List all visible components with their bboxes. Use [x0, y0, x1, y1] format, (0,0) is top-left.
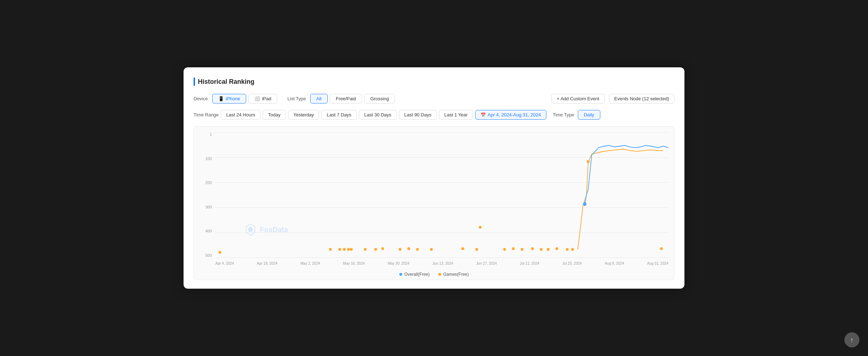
svg-point-1 — [329, 248, 332, 251]
device-label: Device — [194, 96, 208, 101]
device-iphone-btn[interactable]: 📱 iPhone — [212, 94, 246, 104]
legend-overall-dot — [399, 273, 402, 276]
svg-point-25 — [660, 247, 663, 250]
svg-point-12 — [430, 248, 433, 251]
time-range-row: Time Range Last 24 Hours Today Yesterday… — [194, 110, 674, 120]
svg-point-6 — [364, 248, 367, 251]
list-type-all-btn[interactable]: All — [310, 94, 327, 104]
scroll-top-btn[interactable]: ↑ — [844, 332, 859, 347]
time-last7-btn[interactable]: Last 7 Days — [321, 110, 357, 120]
svg-point-8 — [381, 247, 384, 250]
legend-games: Games(Free) — [438, 272, 469, 277]
time-last1year-btn[interactable]: Last 1 Year — [439, 110, 473, 120]
legend-overall: Overall(Free) — [399, 272, 430, 277]
chart-container: 1 100 200 300 400 500 — [194, 126, 674, 280]
time-type-daily-btn[interactable]: Daily — [578, 110, 600, 120]
time-last24-btn[interactable]: Last 24 Hours — [221, 110, 260, 120]
svg-point-19 — [531, 247, 534, 250]
svg-point-0 — [219, 251, 221, 254]
arrow-up-icon: ↑ — [850, 336, 854, 344]
x-axis: Apr 4, 2024 Apr 18, 2024 May 2, 2024 May… — [215, 258, 668, 268]
svg-point-4 — [347, 248, 350, 251]
svg-point-27 — [583, 202, 586, 206]
svg-point-17 — [512, 247, 515, 250]
list-type-grossing-btn[interactable]: Grossing — [364, 94, 395, 104]
time-custom-btn[interactable]: 📅 Apr 4, 2024-Aug 31, 2024 — [475, 110, 546, 120]
calendar-icon: 📅 — [481, 112, 486, 117]
svg-point-13 — [462, 247, 464, 250]
ipad-icon: ⬜ — [254, 96, 260, 101]
legend-games-dot — [438, 273, 441, 276]
time-last90-btn[interactable]: Last 90 Days — [399, 110, 437, 120]
svg-point-11 — [416, 248, 419, 251]
svg-point-15 — [479, 226, 482, 228]
svg-point-16 — [503, 248, 506, 251]
time-range-label: Time Range — [194, 112, 219, 117]
time-yesterday-btn[interactable]: Yesterday — [288, 110, 319, 120]
main-window: Historical Ranking Device 📱 iPhone ⬜ iPa… — [184, 67, 684, 289]
chart-inner: FoxData — [215, 132, 668, 258]
time-last30-btn[interactable]: Last 30 Days — [359, 110, 397, 120]
list-type-btn-group: All Free/Paid Grossing — [310, 94, 395, 104]
svg-point-5 — [350, 248, 353, 251]
title-row: Historical Ranking — [194, 77, 674, 86]
y-axis: 1 100 200 300 400 500 — [200, 132, 214, 258]
page-title: Historical Ranking — [198, 78, 254, 86]
svg-point-23 — [566, 248, 569, 251]
svg-point-18 — [521, 248, 523, 251]
svg-point-21 — [547, 248, 550, 251]
iphone-icon: 📱 — [218, 96, 224, 101]
svg-point-10 — [408, 247, 410, 250]
device-btn-group: 📱 iPhone ⬜ iPad — [212, 94, 278, 104]
svg-point-26 — [587, 160, 590, 163]
svg-point-14 — [475, 248, 478, 251]
chart-area: 1 100 200 300 400 500 — [200, 132, 668, 268]
svg-point-24 — [571, 248, 574, 251]
chart-svg — [215, 132, 668, 258]
svg-point-22 — [555, 247, 558, 250]
svg-point-7 — [374, 248, 377, 251]
list-type-label: List Type — [287, 96, 306, 101]
svg-point-2 — [338, 248, 341, 251]
add-custom-event-btn[interactable]: + Add Custom Event — [551, 94, 605, 104]
svg-point-3 — [343, 248, 346, 251]
list-type-freepaid-btn[interactable]: Free/Paid — [330, 94, 362, 104]
device-ipad-btn[interactable]: ⬜ iPad — [248, 94, 277, 104]
events-node-btn[interactable]: Events Node (12 selected) — [609, 94, 674, 104]
time-today-btn[interactable]: Today — [263, 110, 286, 120]
title-accent — [194, 77, 195, 86]
chart-legend: Overall(Free) Games(Free) — [200, 272, 668, 277]
svg-point-20 — [540, 248, 543, 251]
controls-row: Device 📱 iPhone ⬜ iPad List Type All Fre… — [194, 94, 674, 104]
svg-point-9 — [399, 248, 401, 251]
time-type-label: Time Type — [553, 112, 574, 117]
